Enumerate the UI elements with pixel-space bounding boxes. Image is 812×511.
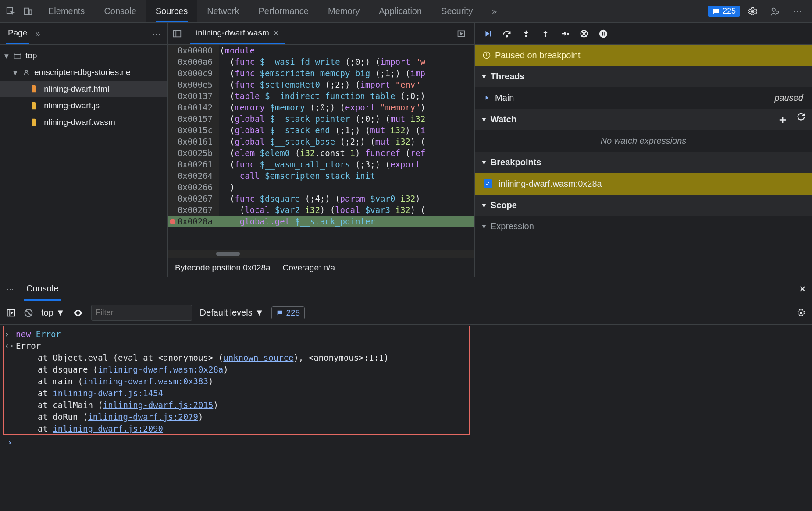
source-link[interactable]: inlining-dwarf.wasm:0x383 — [83, 376, 208, 386]
source-link[interactable]: inlining-dwarf.js:2090 — [53, 424, 163, 433]
gutter-address[interactable]: 0x00261 — [168, 159, 219, 170]
tabs-overflow-icon[interactable]: » — [482, 0, 506, 22]
code-editor[interactable]: 0x00000(module0x000a6 (func $__wasi_fd_w… — [168, 45, 474, 250]
gutter-address[interactable]: 0x0025b — [168, 147, 219, 159]
gutter-address[interactable]: 0x00264 — [168, 170, 219, 181]
source-link[interactable]: inlining-dwarf.js:2015 — [103, 400, 214, 410]
code-line[interactable]: 0x00267 (local $var2 i32) (local $var3 i… — [168, 204, 474, 216]
breakpoint-row[interactable]: ✓ inlining-dwarf.wasm:0x28a — [475, 173, 812, 195]
log-levels-selector[interactable]: Default levels ▼ — [200, 308, 264, 318]
code-line[interactable]: 0x00161 (global $__stack_base (;2;) (mut… — [168, 136, 474, 147]
code-line[interactable]: 0x00137 (table $__indirect_function_tabl… — [168, 90, 474, 102]
scope-expr-title: Expression — [491, 221, 534, 231]
gutter-address[interactable]: 0x00267 — [168, 204, 219, 216]
more-icon[interactable]: ⋯ — [791, 4, 805, 18]
main-tab-security[interactable]: Security — [431, 0, 482, 22]
scope-expression-header[interactable]: ▼Expression — [475, 216, 812, 237]
tree-file[interactable]: inlining-dwarf.wasm — [0, 114, 167, 131]
main-tab-memory[interactable]: Memory — [318, 0, 369, 22]
editor-tab[interactable]: inlining-dwarf.wasm × — [190, 23, 285, 44]
navigator-overflow-icon[interactable]: » — [35, 28, 40, 39]
clear-console-icon[interactable] — [24, 308, 33, 318]
main-tab-network[interactable]: Network — [197, 0, 249, 22]
watch-section-header[interactable]: ▼Watch ＋ — [475, 109, 812, 130]
code-line[interactable]: 0x00266 ) — [168, 181, 474, 193]
deactivate-breakpoints-icon[interactable] — [579, 29, 589, 39]
main-tab-performance[interactable]: Performance — [249, 0, 319, 22]
source-link[interactable]: inlining-dwarf.js:1454 — [53, 388, 163, 398]
gutter-address[interactable]: 0x00157 — [168, 113, 219, 124]
gutter-address[interactable]: 0x00137 — [168, 90, 219, 102]
settings-icon[interactable] — [745, 4, 759, 18]
customize-icon[interactable] — [768, 4, 782, 18]
breakpoint-checkbox[interactable]: ✓ — [484, 179, 492, 188]
pause-exceptions-icon[interactable] — [598, 29, 608, 39]
drawer-more-icon[interactable]: ⋯ — [6, 284, 15, 294]
resume-icon[interactable] — [483, 29, 492, 39]
step-icon[interactable] — [560, 29, 570, 39]
gutter-address[interactable]: 0x00000 — [168, 45, 219, 56]
context-selector[interactable]: top ▼ — [41, 308, 65, 318]
main-tab-application[interactable]: Application — [369, 0, 431, 22]
run-snippet-icon[interactable] — [457, 29, 470, 38]
gutter-address[interactable]: 0x000c9 — [168, 67, 219, 79]
drawer-tab-console[interactable]: Console — [24, 277, 61, 301]
close-icon[interactable]: × — [274, 28, 279, 38]
refresh-watch-icon[interactable] — [796, 112, 806, 127]
issues-badge[interactable]: 225 — [708, 6, 740, 17]
device-mode-icon[interactable] — [21, 4, 35, 18]
tree-origin[interactable]: ▾ emscripten-dbg-stories.ne — [0, 64, 167, 81]
step-out-icon[interactable] — [541, 29, 550, 39]
source-link[interactable]: inlining-dwarf.js:2079 — [88, 412, 198, 422]
step-over-icon[interactable] — [502, 29, 512, 39]
editor-scrollbar[interactable] — [168, 250, 474, 258]
source-link[interactable]: unknown source — [223, 353, 293, 362]
gutter-address[interactable]: 0x000e5 — [168, 79, 219, 90]
step-into-icon[interactable] — [521, 29, 531, 39]
tree-file[interactable]: inlining-dwarf.html — [0, 81, 167, 97]
code-line[interactable]: 0x00261 (func $__wasm_call_ctors (;3;) (… — [168, 159, 474, 170]
tree-file[interactable]: inlining-dwarf.js — [0, 97, 167, 114]
code-line[interactable]: 0x00264 call $emscripten_stack_init — [168, 170, 474, 181]
navigator-tab-page[interactable]: Page — [6, 23, 29, 44]
console-settings-icon[interactable] — [796, 308, 806, 318]
breakpoints-section-header[interactable]: ▼Breakpoints — [475, 152, 812, 173]
code-line[interactable]: 0x000e5 (func $setTempRet0 (;2;) (import… — [168, 79, 474, 90]
console-sidebar-toggle-icon[interactable] — [6, 308, 16, 318]
scope-section-header[interactable]: ▼Scope — [475, 195, 812, 216]
gutter-address[interactable]: 0x00266 — [168, 181, 219, 193]
code-line[interactable]: 0x0015c (global $__stack_end (;1;) (mut … — [168, 124, 474, 136]
gutter-address[interactable]: 0x0015c — [168, 124, 219, 136]
code-line[interactable]: 0x0025b (elem $elem0 (i32.const 1) funcr… — [168, 147, 474, 159]
main-tab-console[interactable]: Console — [94, 0, 146, 22]
gutter-address[interactable]: 0x00161 — [168, 136, 219, 147]
thread-row-main[interactable]: Main paused — [475, 87, 812, 109]
console-output[interactable]: ›new Error ‹·Error at Object.eval (eval … — [0, 325, 812, 511]
gutter-address[interactable]: 0x00142 — [168, 102, 219, 113]
tree-frame-top[interactable]: ▾ top — [0, 47, 167, 64]
close-drawer-icon[interactable]: × — [799, 282, 806, 296]
source-link[interactable]: inlining-dwarf.wasm:0x28a — [98, 365, 223, 374]
console-filter-input[interactable] — [91, 305, 192, 321]
console-entry: ‹·Error — [4, 340, 808, 352]
main-tab-sources[interactable]: Sources — [146, 0, 197, 22]
console-prompt[interactable]: › — [4, 435, 808, 450]
inspect-icon[interactable] — [4, 4, 18, 18]
code-line[interactable]: 0x000c9 (func $emscripten_memcpy_big (;1… — [168, 67, 474, 79]
main-tab-elements[interactable]: Elements — [39, 0, 94, 22]
add-watch-icon[interactable]: ＋ — [777, 112, 788, 127]
code-line[interactable]: 0x000a6 (func $__wasi_fd_write (;0;) (im… — [168, 56, 474, 67]
code-line[interactable]: 0x00157 (global $__stack_pointer (;0;) (… — [168, 113, 474, 124]
navigator-toggle-icon[interactable] — [172, 29, 185, 39]
live-expression-icon[interactable] — [73, 308, 83, 318]
code-line[interactable]: 0x00142 (memory $memory (;0;) (export "m… — [168, 102, 474, 113]
gutter-address[interactable]: 0x000a6 — [168, 56, 219, 67]
navigator-more-icon[interactable]: ⋯ — [153, 29, 161, 39]
gutter-address[interactable]: 0x0028a — [168, 216, 219, 227]
code-line[interactable]: 0x00267 (func $dsquare (;4;) (param $var… — [168, 193, 474, 204]
code-line[interactable]: 0x0028a global.get $__stack_pointer — [168, 216, 474, 227]
gutter-address[interactable]: 0x00267 — [168, 193, 219, 204]
code-line[interactable]: 0x00000(module — [168, 45, 474, 56]
threads-section-header[interactable]: ▼Threads — [475, 66, 812, 87]
console-issues-badge[interactable]: 225 — [271, 306, 305, 319]
